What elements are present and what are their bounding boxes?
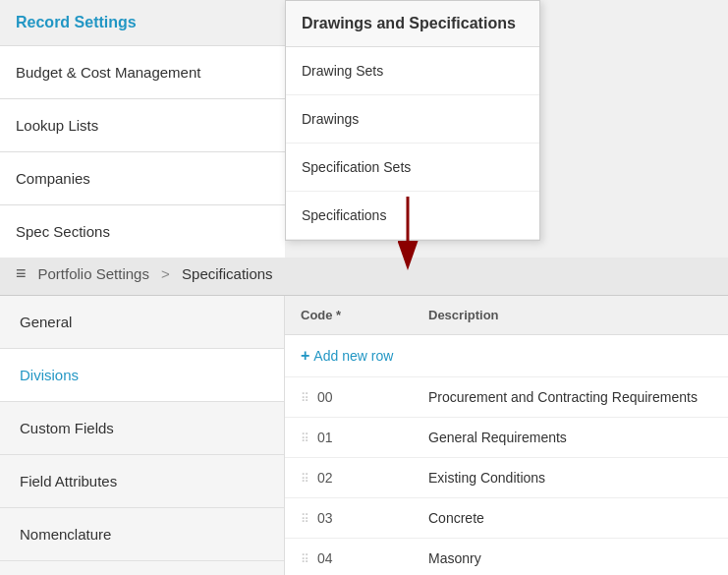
top-section: Record Settings Budget & Cost Management…: [0, 0, 728, 258]
table-row: ⠿00 Procurement and Contracting Requirem…: [285, 377, 728, 418]
table-cell-description: Existing Conditions: [413, 458, 728, 498]
dropdown-header: Drawings and Specifications: [286, 1, 539, 47]
table-cell-code: ⠿03: [285, 498, 413, 539]
sidebar-top-item-spec-sections[interactable]: Spec Sections: [0, 204, 285, 258]
hamburger-icon[interactable]: ≡: [16, 263, 27, 284]
table-row: ⠿02 Existing Conditions: [285, 458, 728, 498]
drag-handle-icon[interactable]: ⠿: [301, 431, 309, 445]
sidebar-bottom: General Divisions Custom Fields Field At…: [0, 296, 285, 575]
sidebar-item-general[interactable]: General: [0, 296, 284, 349]
breadcrumb-bar: ≡ Portfolio Settings > Specifications: [0, 253, 728, 296]
drag-handle-icon[interactable]: ⠿: [301, 472, 309, 486]
sidebar-top-item-companies[interactable]: Companies: [0, 151, 285, 204]
specifications-table: Code * Description + Add new row: [285, 296, 728, 575]
breadcrumb-current: Specifications: [182, 265, 273, 282]
table-row: ⠿03 Concrete: [285, 498, 728, 539]
drag-handle-icon[interactable]: ⠿: [301, 552, 309, 566]
table-cell-code: ⠿01: [285, 418, 413, 458]
record-settings-link[interactable]: Record Settings: [0, 0, 285, 45]
sidebar-top-item-budget[interactable]: Budget & Cost Management: [0, 45, 285, 98]
sidebar-item-custom-fields[interactable]: Custom Fields: [0, 402, 284, 455]
dropdown-item-specifications[interactable]: Specifications: [286, 192, 539, 240]
column-description: Description: [413, 296, 728, 335]
add-row-cell: + Add new row: [285, 335, 728, 377]
column-code: Code *: [285, 296, 413, 335]
table-cell-code: ⠿00: [285, 377, 413, 418]
dropdown-item-drawing-sets[interactable]: Drawing Sets: [286, 47, 539, 95]
drag-handle-icon[interactable]: ⠿: [301, 391, 309, 405]
drawings-specs-dropdown: Drawings and Specifications Drawing Sets…: [285, 0, 540, 241]
table-row: ⠿01 General Requirements: [285, 418, 728, 458]
table-cell-description: General Requirements: [413, 418, 728, 458]
table-row: ⠿04 Masonry: [285, 539, 728, 576]
add-row-row: + Add new row: [285, 335, 728, 377]
sidebar-item-nomenclature[interactable]: Nomenclature: [0, 508, 284, 561]
drag-handle-icon[interactable]: ⠿: [301, 512, 309, 526]
dropdown-item-specification-sets[interactable]: Specification Sets: [286, 144, 539, 192]
dropdown-item-drawings[interactable]: Drawings: [286, 95, 539, 144]
sidebar-top-item-lookup[interactable]: Lookup Lists: [0, 98, 285, 151]
main-content: Code * Description + Add new row: [285, 296, 728, 575]
breadcrumb-portfolio-settings[interactable]: Portfolio Settings: [38, 265, 149, 282]
bottom-section: ≡ Portfolio Settings > Specifications Ge…: [0, 251, 728, 575]
sidebar-item-field-attributes[interactable]: Field Attributes: [0, 455, 284, 508]
table-cell-code: ⠿02: [285, 458, 413, 498]
add-new-row-button[interactable]: + Add new row: [301, 347, 712, 365]
breadcrumb-separator: >: [161, 265, 170, 282]
table-cell-code: ⠿04: [285, 539, 413, 576]
table-cell-description: Concrete: [413, 498, 728, 539]
bottom-content: General Divisions Custom Fields Field At…: [0, 296, 728, 575]
sidebar-top: Record Settings Budget & Cost Management…: [0, 0, 285, 258]
sidebar-item-divisions[interactable]: Divisions: [0, 349, 284, 402]
table-cell-description: Masonry: [413, 539, 728, 576]
breadcrumb: Portfolio Settings > Specifications: [38, 265, 273, 282]
table-header-row: Code * Description: [285, 296, 728, 335]
table-cell-description: Procurement and Contracting Requirements: [413, 377, 728, 418]
add-row-label: Add new row: [313, 348, 393, 364]
add-plus-icon: +: [301, 347, 309, 365]
